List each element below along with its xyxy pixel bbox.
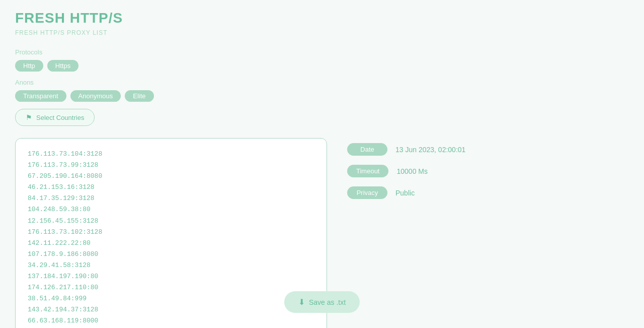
- protocols-section: Protocols Http Https: [15, 48, 629, 72]
- privacy-value: Public: [395, 189, 415, 197]
- date-row: Date 13 Jun 2023, 02:00:01: [347, 143, 465, 156]
- timeout-badge: Timeout: [347, 165, 388, 177]
- privacy-row: Privacy Public: [347, 186, 465, 199]
- anons-tags: Transparent Anonymous Elite: [15, 90, 629, 102]
- select-countries-button[interactable]: ⚑ Select Countries: [15, 109, 95, 126]
- proxy-list-box: 176.113.73.104:3128 176.113.73.99:3128 6…: [15, 138, 327, 328]
- timeout-value: 10000 Ms: [396, 167, 427, 175]
- tag-anonymous[interactable]: Anonymous: [70, 90, 121, 102]
- tag-http[interactable]: Http: [15, 60, 43, 72]
- date-badge: Date: [347, 143, 387, 156]
- timeout-row: Timeout 10000 Ms: [347, 165, 465, 177]
- anons-label: Anons: [15, 79, 629, 86]
- page-subtitle: FRESH HTTP/S PROXY LIST: [15, 29, 629, 36]
- page-title: FRESH HTTP/S: [15, 10, 629, 26]
- tag-https[interactable]: Https: [47, 60, 78, 72]
- tag-transparent[interactable]: Transparent: [15, 90, 66, 102]
- download-icon: ⬇: [298, 297, 305, 307]
- save-button[interactable]: ⬇ Save as .txt: [284, 291, 360, 313]
- date-value: 13 Jun 2023, 02:00:01: [395, 146, 465, 154]
- privacy-badge: Privacy: [347, 186, 387, 199]
- tag-elite[interactable]: Elite: [125, 90, 153, 102]
- select-countries-label: Select Countries: [36, 114, 84, 121]
- save-button-label: Save as .txt: [309, 298, 346, 306]
- protocols-tags: Http Https: [15, 60, 629, 72]
- save-button-container: ⬇ Save as .txt: [284, 291, 360, 313]
- flag-icon: ⚑: [26, 113, 32, 121]
- info-panel: Date 13 Jun 2023, 02:00:01 Timeout 10000…: [347, 138, 465, 199]
- proxy-list: 176.113.73.104:3128 176.113.73.99:3128 6…: [28, 149, 314, 327]
- protocols-label: Protocols: [15, 48, 629, 56]
- anons-section: Anons Transparent Anonymous Elite: [15, 79, 629, 102]
